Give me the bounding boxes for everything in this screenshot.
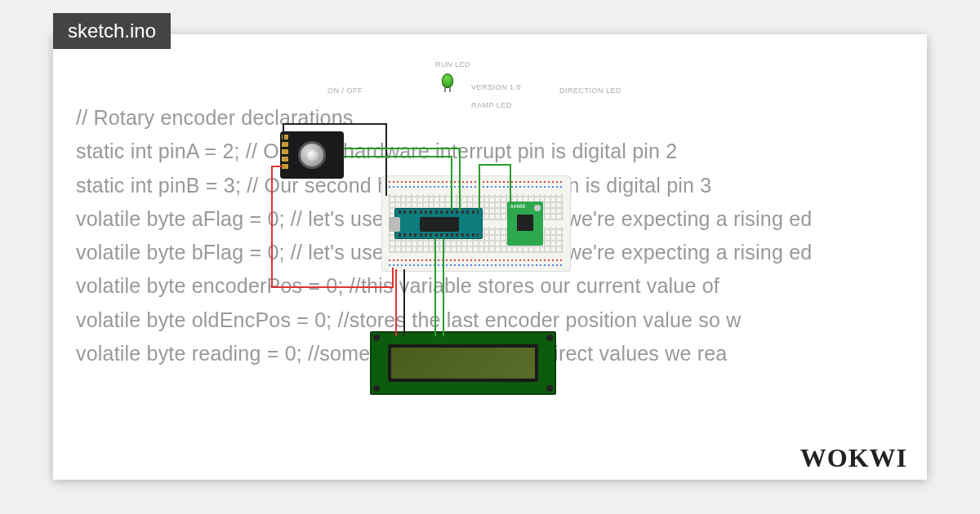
code-line: // Rotary encoder declarations xyxy=(76,101,904,135)
led-icon xyxy=(442,73,453,88)
code-line: static int pinA = 2; // Our first hardwa… xyxy=(76,135,904,168)
file-tab-label: sketch.ino xyxy=(68,20,156,42)
code-editor[interactable]: // Rotary encoder declarations static in… xyxy=(76,101,904,480)
label-dirled: DIRECTION LED xyxy=(559,86,621,95)
file-tab[interactable]: sketch.ino xyxy=(53,13,171,49)
wokwi-logo: WOKWI xyxy=(800,443,907,473)
label-version: VERSION 1.0 xyxy=(471,83,521,91)
main-card: // Rotary encoder declarations static in… xyxy=(53,34,927,480)
code-line: volatile byte reading = 0; //somewhere t… xyxy=(76,337,904,370)
code-line: volatile byte bFlag = 0; // let's use th… xyxy=(76,236,904,269)
code-line: volatile byte encoderPos = 0; //this var… xyxy=(76,269,904,303)
code-line: volatile byte oldEncPos = 0; //stores th… xyxy=(76,304,904,337)
code-line: static int pinB = 3; // Our second hardw… xyxy=(76,169,904,202)
code-line: volatile byte aFlag = 0; // let's use th… xyxy=(76,202,904,236)
label-runled: RUN LED xyxy=(435,60,470,69)
label-onoff: ON / OFF xyxy=(327,86,363,95)
